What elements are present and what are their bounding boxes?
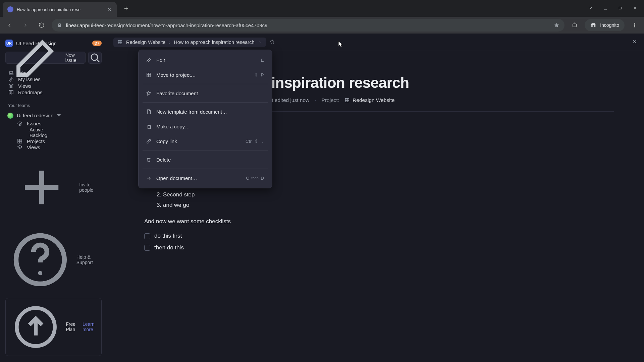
search-button[interactable] [88, 52, 102, 64]
new-issue-button[interactable]: New issue [5, 52, 86, 64]
invite-people-button[interactable]: Invite people [5, 150, 102, 224]
svg-point-4 [634, 25, 635, 25]
target-icon [8, 76, 14, 82]
check-label: then do this [154, 243, 184, 253]
map-icon [8, 89, 14, 95]
list-item: and we go [163, 200, 614, 210]
tabs-dropdown-icon[interactable] [588, 5, 593, 12]
svg-rect-28 [347, 99, 349, 100]
project-name: Redesign Website [353, 97, 395, 103]
team-item-issues[interactable]: Issues [5, 121, 102, 127]
move-shortcut: ⇧P [254, 72, 265, 77]
project-icon [344, 98, 350, 103]
checkbox[interactable] [144, 233, 150, 239]
menu-item-copy-link[interactable]: Copy link Ctrl⇧, [141, 134, 269, 148]
extensions-button[interactable] [569, 19, 581, 31]
open-shortcut: OthenD [246, 176, 265, 181]
svg-rect-22 [147, 73, 149, 74]
menu-item-delete[interactable]: Delete [141, 152, 269, 167]
document-title[interactable]: roach inspiration research [228, 74, 614, 91]
svg-rect-29 [345, 101, 347, 102]
svg-rect-23 [149, 73, 151, 74]
main-panel: Redesign Website › How to approach inspi… [107, 34, 644, 362]
menu-item-favorite[interactable]: Favorite document [141, 86, 269, 101]
menu-item-edit[interactable]: Edit E [141, 53, 269, 67]
project-chip[interactable]: Redesign Website [344, 97, 395, 103]
pencil-icon [146, 57, 152, 63]
incognito-badge[interactable]: Incognito [585, 19, 625, 31]
svg-rect-30 [347, 101, 349, 102]
browser-forward-button[interactable] [19, 19, 32, 31]
svg-rect-24 [147, 75, 149, 77]
sidebar-item-roadmaps[interactable]: Roadmaps [5, 89, 102, 96]
inbox-label: Inbox [18, 70, 31, 76]
svg-rect-0 [619, 7, 622, 9]
browser-reload-button[interactable] [36, 19, 48, 31]
menu-divider [143, 169, 268, 169]
menu-divider [143, 84, 268, 84]
layers-icon [8, 83, 14, 89]
svg-rect-21 [120, 42, 122, 44]
checklist-row[interactable]: then do this [144, 243, 614, 253]
project-label: Project: [322, 97, 339, 103]
svg-point-7 [9, 77, 13, 81]
views-label: Views [18, 83, 32, 89]
edit-label: Edit [156, 57, 165, 63]
workspace-badge: D7 [92, 41, 102, 46]
breadcrumb-project: Redesign Website [126, 40, 165, 45]
sidebar-item-inbox[interactable]: Inbox [5, 70, 102, 76]
svg-point-8 [10, 79, 12, 80]
learn-more-link[interactable]: Learn more [83, 321, 97, 332]
close-tab-icon[interactable] [107, 7, 112, 12]
plus-icon [8, 154, 75, 221]
plan-pill[interactable]: Free Plan Learn more [5, 298, 102, 356]
svg-point-5 [634, 26, 635, 27]
backlog-label: Backlog [30, 132, 47, 138]
team-sub-active[interactable]: Active [5, 127, 102, 132]
document-header: Redesign Website › How to approach inspi… [107, 34, 644, 51]
bookmark-star-icon[interactable] [554, 23, 559, 28]
browser-tab[interactable]: How to approach inspiration rese [3, 2, 117, 17]
close-document-button[interactable] [631, 38, 638, 46]
copy-link-label: Copy link [156, 138, 177, 144]
sidebar-item-views[interactable]: Views [5, 82, 102, 89]
help-support-button[interactable]: Help & Support [5, 224, 102, 295]
checklist-row[interactable]: do this first [144, 231, 614, 241]
roadmaps-label: Roadmaps [18, 89, 43, 95]
link-icon [146, 138, 152, 144]
team-item-views[interactable]: Views [5, 144, 102, 150]
sidebar-item-my-issues[interactable]: My issues [5, 76, 102, 82]
document-icon [146, 109, 152, 115]
team-item-projects[interactable]: Projects [5, 138, 102, 144]
svg-rect-25 [149, 75, 151, 77]
svg-rect-11 [18, 139, 19, 141]
svg-rect-26 [148, 125, 151, 128]
team-avatar-icon [7, 113, 13, 119]
svg-rect-20 [118, 42, 120, 44]
breadcrumb-separator: › [169, 40, 170, 45]
my-issues-label: My issues [18, 76, 41, 82]
favorite-button[interactable] [269, 39, 275, 46]
breadcrumb[interactable]: Redesign Website › How to approach inspi… [113, 38, 266, 47]
menu-item-open[interactable]: Open document… OthenD [141, 171, 269, 185]
chevron-down-icon[interactable] [258, 40, 262, 45]
team-row[interactable]: Ui feed redesign [5, 111, 102, 121]
svg-rect-19 [120, 40, 122, 42]
projects-icon [17, 138, 23, 144]
menu-item-template[interactable]: New template from document… [141, 104, 269, 119]
browser-back-button[interactable] [3, 19, 15, 31]
browser-menu-button[interactable] [629, 19, 641, 31]
team-sub-backlog[interactable]: Backlog [5, 132, 102, 138]
window-minimize-icon[interactable] [603, 6, 608, 11]
svg-point-9 [18, 122, 22, 126]
arrow-right-icon [146, 175, 152, 181]
search-icon [89, 51, 101, 64]
url-bar[interactable]: linear.app/ui-feed-redesign/document/how… [52, 19, 565, 32]
window-maximize-icon[interactable] [618, 6, 623, 11]
window-close-icon[interactable] [633, 6, 637, 11]
new-tab-button[interactable] [120, 2, 132, 14]
menu-item-move[interactable]: Move to project… ⇧P [141, 67, 269, 82]
checkbox[interactable] [144, 245, 150, 251]
favorite-label: Favorite document [156, 90, 198, 96]
menu-item-copy[interactable]: Make a copy… [141, 119, 269, 134]
